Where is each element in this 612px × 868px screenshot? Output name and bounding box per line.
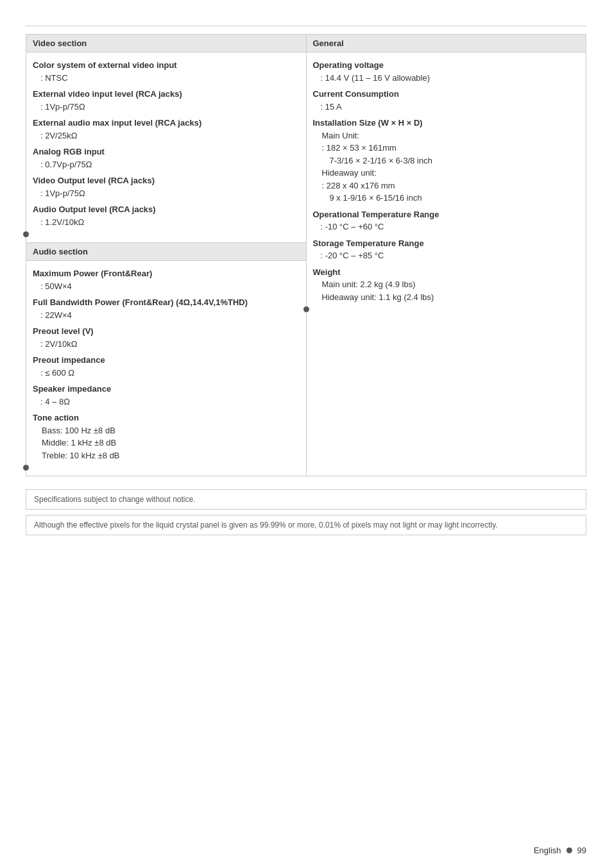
spec-value: Hideaway unit: xyxy=(313,167,580,179)
spec-label: Speaker impedance xyxy=(33,383,300,396)
spec-label: Audio Output level (RCA jacks) xyxy=(33,203,300,216)
section-bullet-left xyxy=(23,231,29,237)
spec-label: Maximum Power (Front&Rear) xyxy=(33,267,300,280)
spec-operational-temp: Operational Temperature Range : -10 °C –… xyxy=(313,208,580,233)
spec-speaker-impedance: Speaker impedance : 4 – 8Ω xyxy=(33,383,300,408)
spec-full-bandwidth-power: Full Bandwidth Power (Front&Rear) (4Ω,14… xyxy=(33,296,300,321)
spec-preout-level: Preout level (V) : 2V/10kΩ xyxy=(33,325,300,350)
spec-analog-rgb-input: Analog RGB input : 0.7Vp-p/75Ω xyxy=(33,146,300,171)
spec-value: Main unit: 2.2 kg (4.9 lbs) xyxy=(313,278,580,291)
spec-label: External audio max input level (RCA jack… xyxy=(33,117,300,129)
spec-installation-size: Installation Size (W × H × D) Main Unit:… xyxy=(313,117,580,204)
spec-value: : 50W×4 xyxy=(33,280,300,293)
spec-label: External video input level (RCA jacks) xyxy=(33,88,300,101)
spec-label: Storage Temperature Range xyxy=(313,237,580,250)
spec-label: Current Consumption xyxy=(313,88,580,101)
footer-note-1: Specifications subject to change without… xyxy=(26,489,586,510)
spec-value: : ≤ 600 Ω xyxy=(33,367,300,380)
spec-value: : -20 °C – +85 °C xyxy=(313,249,580,262)
spec-label: Tone action xyxy=(33,412,300,424)
spec-ext-audio-input-level: External audio max input level (RCA jack… xyxy=(33,117,300,142)
spec-value: : 4 – 8Ω xyxy=(33,396,300,408)
spec-value: : 1Vp-p/75Ω xyxy=(33,101,300,113)
spec-value: : 1Vp-p/75Ω xyxy=(33,187,300,200)
spec-label: Preout impedance xyxy=(33,354,300,367)
page-num: 99 xyxy=(577,846,586,855)
video-section-header: Video section xyxy=(26,35,306,53)
spec-value: : NTSC xyxy=(33,72,300,85)
audio-section-header: Audio section xyxy=(26,243,306,261)
spec-audio-output-level: Audio Output level (RCA jacks) : 1.2V/10… xyxy=(33,203,300,228)
general-section: General Operating voltage : 14.4 V (11 –… xyxy=(307,35,586,317)
spec-preout-impedance: Preout impedance : ≤ 600 Ω xyxy=(33,354,300,379)
video-section: Video section Color system of external v… xyxy=(26,35,306,242)
spec-video-output-level: Video Output level (RCA jacks) : 1Vp-p/7… xyxy=(33,174,300,199)
spec-value: : 228 x 40 x176 mm xyxy=(313,179,580,192)
spec-label: Operational Temperature Range xyxy=(313,208,580,221)
spec-value: 9 x 1-9/16 × 6-15/16 inch xyxy=(313,192,580,204)
footer-area: Specifications subject to change without… xyxy=(26,489,586,535)
footer-note-2: Although the effective pixels for the li… xyxy=(26,515,586,535)
spec-max-power: Maximum Power (Front&Rear) : 50W×4 xyxy=(33,267,300,292)
spec-label: Video Output level (RCA jacks) xyxy=(33,174,300,187)
spec-ext-video-input-level: External video input level (RCA jacks) :… xyxy=(33,88,300,113)
spec-color-system: Color system of external video input : N… xyxy=(33,59,300,84)
spec-label: Preout level (V) xyxy=(33,325,300,338)
english-label: English xyxy=(534,846,561,855)
spec-value: : -10 °C – +60 °C xyxy=(313,221,580,233)
spec-value: : 182 × 53 × 161mm xyxy=(313,142,580,154)
spec-label: Analog RGB input xyxy=(33,146,300,158)
spec-value: : 2V/10kΩ xyxy=(33,338,300,351)
page-number: English 99 xyxy=(534,846,586,855)
spec-value: Middle: 1 kHz ±8 dB xyxy=(33,437,300,449)
spec-value: : 0.7Vp-p/75Ω xyxy=(33,158,300,171)
spec-tone-action: Tone action Bass: 100 Hz ±8 dB Middle: 1… xyxy=(33,412,300,462)
spec-label: Installation Size (W × H × D) xyxy=(313,117,580,129)
general-section-bullet xyxy=(303,306,309,312)
spec-value: Treble: 10 kHz ±8 dB xyxy=(33,449,300,462)
spec-value: : 22W×4 xyxy=(33,309,300,322)
general-section-header: General xyxy=(307,35,586,53)
spec-weight: Weight Main unit: 2.2 kg (4.9 lbs) Hidea… xyxy=(313,266,580,304)
spec-value: 7-3/16 × 2-1/16 × 6-3/8 inch xyxy=(313,154,580,167)
spec-storage-temp: Storage Temperature Range : -20 °C – +85… xyxy=(313,237,580,262)
audio-section: Audio section Maximum Power (Front&Rear)… xyxy=(26,242,306,476)
page-dot-icon xyxy=(566,847,572,853)
spec-value: Bass: 100 Hz ±8 dB xyxy=(33,424,300,437)
spec-value: : 2V/25kΩ xyxy=(33,129,300,142)
spec-value: : 15 A xyxy=(313,101,580,113)
spec-label: Color system of external video input xyxy=(33,59,300,72)
spec-label: Operating voltage xyxy=(313,59,580,72)
spec-operating-voltage: Operating voltage : 14.4 V (11 – 16 V al… xyxy=(313,59,580,84)
spec-label: Weight xyxy=(313,266,580,279)
audio-section-bullet xyxy=(23,465,29,471)
spec-label: Full Bandwidth Power (Front&Rear) (4Ω,14… xyxy=(33,296,300,309)
spec-current-consumption: Current Consumption : 15 A xyxy=(313,88,580,113)
spec-value: : 14.4 V (11 – 16 V allowable) xyxy=(313,72,580,85)
spec-value: Main Unit: xyxy=(313,129,580,142)
spec-value: : 1.2V/10kΩ xyxy=(33,216,300,229)
spec-value: Hideaway unit: 1.1 kg (2.4 lbs) xyxy=(313,291,580,304)
